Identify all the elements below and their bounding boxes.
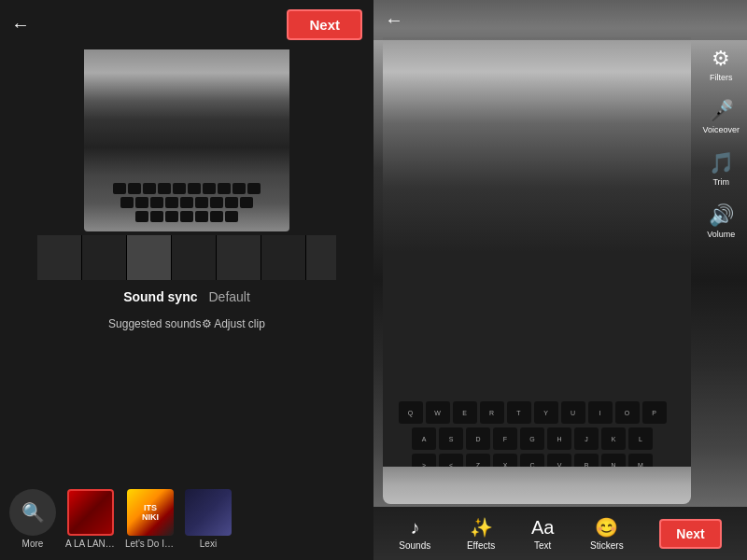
sound-sync-row: Sound sync Default (105, 280, 269, 314)
default-label: Default (209, 289, 250, 304)
search-icon: 🔍 (9, 489, 56, 536)
volume-icon: 🔊 (709, 203, 734, 228)
right-sidebar: ⚙ Filters 🎤 Voiceover 🎵 Trim 🔊 Volume (702, 47, 740, 239)
left-next-button[interactable]: Next (287, 9, 362, 40)
sound-cover-3 (185, 489, 232, 536)
trim-icon: 🎵 (709, 151, 734, 175)
sounds-bar: 🔍 More A LA LAND ( ITSNIKI Let's Do It A… (0, 483, 374, 560)
sound-item-3[interactable]: Lexi (185, 489, 232, 549)
stickers-button[interactable]: 😊 Stickers (590, 516, 624, 551)
suggested-sounds-label: Suggested sounds (108, 317, 201, 330)
left-header: ← Next (0, 0, 374, 49)
sound-name-1: A LA LAND ( (65, 539, 116, 549)
sound-item-2[interactable]: ITSNIKI Let's Do It Ag (125, 489, 176, 549)
left-video-thumbnail (84, 45, 289, 231)
adjust-clip-button[interactable]: ⚙ Adjust clip (202, 317, 265, 330)
left-back-button[interactable]: ← (11, 14, 30, 35)
right-bottom-bar: ♪ Sounds ✨ Effects Aa Text 😊 Stickers Ne… (374, 507, 747, 560)
left-panel: ← Next Sound sync Default Suggested soun… (0, 0, 374, 560)
laptop-body (383, 467, 691, 504)
right-next-button[interactable]: Next (659, 519, 721, 549)
sounds-icon: ♪ (410, 517, 419, 539)
suggested-sounds-row: Suggested sounds ⚙ Adjust clip (95, 314, 278, 338)
keyboard-visual-small (84, 45, 289, 231)
right-back-button[interactable]: ← (385, 9, 403, 31)
sound-cover-2: ITSNIKI (127, 489, 174, 536)
text-button[interactable]: Aa Text (531, 517, 554, 551)
voiceover-label: Voiceover (702, 125, 740, 134)
sounds-label: Sounds (399, 540, 430, 551)
effects-icon: ✨ (470, 516, 493, 539)
sound-name-3: Lexi (200, 539, 217, 549)
voiceover-icon: 🎤 (709, 99, 734, 123)
volume-label: Volume (707, 230, 735, 239)
sounds-button[interactable]: ♪ Sounds (399, 517, 430, 551)
sound-item-1[interactable]: A LA LAND ( (65, 489, 116, 549)
trim-button[interactable]: 🎵 Trim (709, 151, 734, 187)
left-video-area: Sound sync Default Suggested sounds ⚙ Ad… (0, 37, 374, 483)
film-strip (37, 235, 336, 280)
volume-button[interactable]: 🔊 Volume (707, 203, 735, 239)
stickers-icon: 😊 (595, 516, 618, 539)
voiceover-button[interactable]: 🎤 Voiceover (702, 99, 740, 134)
sound-name-2: Let's Do It Ag (125, 539, 176, 549)
stickers-label: Stickers (590, 540, 624, 551)
more-label: More (22, 539, 44, 549)
sound-sync-label: Sound sync (123, 289, 197, 304)
sound-cover-1 (67, 489, 114, 536)
filters-label: Filters (710, 73, 733, 82)
filters-icon: ⚙ (712, 47, 730, 71)
trim-label: Trim (712, 177, 729, 187)
effects-label: Effects (467, 540, 495, 551)
more-sounds-button[interactable]: 🔍 More (9, 489, 56, 549)
keyboard-visual-large: QWERTYUIOP ASDFGHJKL ><ZXCVBNM (374, 205, 691, 485)
effects-button[interactable]: ✨ Effects (467, 516, 495, 551)
right-panel: QWERTYUIOP ASDFGHJKL ><ZXCVBNM ← ⚙ Filte… (374, 0, 747, 560)
text-label: Text (534, 540, 551, 551)
text-icon: Aa (531, 517, 554, 539)
filters-button[interactable]: ⚙ Filters (710, 47, 733, 82)
right-header: ← (374, 0, 747, 40)
